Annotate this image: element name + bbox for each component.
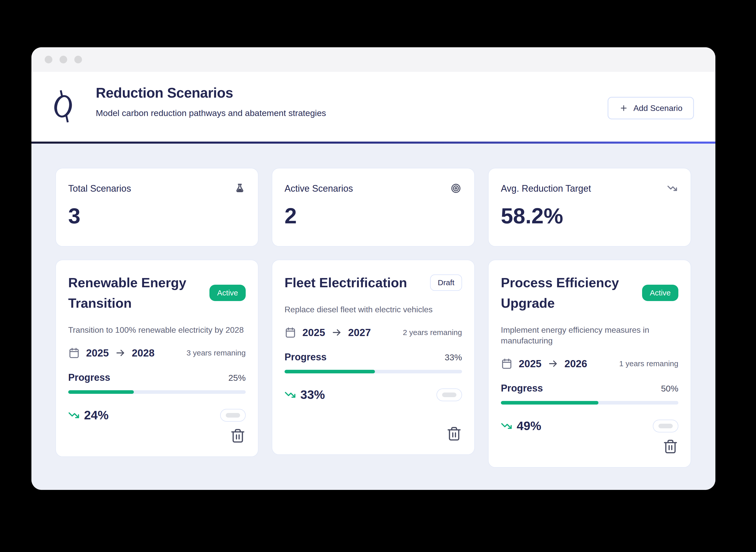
scenario-cards-row: Renewable Energy Transition Active Trans… — [55, 260, 691, 468]
scenario-title: Fleet Electrification — [285, 272, 407, 293]
scenario-description: Replace diesel fleet with electric vehic… — [285, 304, 462, 315]
trending-down-icon — [501, 420, 512, 432]
progress-bar-track — [501, 401, 678, 405]
header-gradient-divider — [31, 142, 715, 144]
progress-percent-label: 50% — [661, 384, 678, 394]
scenario-description: Implement energy efficiency measures in … — [501, 324, 678, 346]
scenario-description: Transition to 100% renewable electricity… — [68, 324, 246, 335]
plus-icon — [619, 104, 628, 113]
progress-percent-label: 33% — [445, 353, 462, 363]
progress-bar-track — [68, 390, 246, 394]
stat-label: Avg. Reduction Target — [501, 183, 591, 194]
start-year: 2025 — [303, 327, 325, 338]
trash-icon — [230, 427, 246, 444]
trash-icon — [663, 438, 678, 455]
progress-label: Progress — [285, 352, 327, 363]
window-titlebar — [31, 47, 715, 72]
years-remaining-label: 3 years remaning — [186, 349, 246, 357]
trending-down-icon — [285, 389, 296, 400]
reduction-percent-value: 33% — [300, 388, 325, 402]
add-scenario-label: Add Scenario — [633, 104, 683, 113]
scenario-card-process-efficiency-upgrade: Process Efficiency Upgrade Active Implem… — [488, 260, 691, 468]
progress-label: Progress — [68, 372, 110, 383]
arrow-right-icon — [548, 358, 558, 369]
arrow-right-icon — [331, 327, 342, 338]
start-year: 2025 — [86, 347, 109, 359]
stats-row: Total Scenarios 3 Active Scenarios 2 Avg… — [55, 168, 691, 247]
flask-icon — [235, 183, 245, 193]
app-window: Reduction Scenarios Model carbon reducti… — [31, 47, 715, 490]
traffic-light-zoom-button[interactable] — [74, 56, 82, 63]
end-year: 2027 — [348, 327, 371, 338]
add-scenario-button[interactable]: Add Scenario — [608, 97, 694, 119]
app-logo-icon — [51, 89, 75, 123]
progress-label: Progress — [501, 383, 543, 394]
status-badge: Active — [642, 285, 678, 301]
page-subtitle: Model carbon reduction pathways and abat… — [96, 108, 326, 118]
stat-value: 3 — [68, 205, 245, 227]
scenario-active-toggle[interactable] — [220, 409, 246, 422]
trash-icon — [446, 425, 462, 442]
stat-card-total-scenarios: Total Scenarios 3 — [55, 168, 258, 247]
start-year: 2025 — [519, 358, 542, 370]
scenario-active-toggle[interactable] — [653, 420, 678, 432]
scenario-card-fleet-electrification: Fleet Electrification Draft Replace dies… — [272, 260, 475, 455]
toggle-knob — [658, 424, 673, 428]
stat-value: 2 — [285, 205, 461, 227]
reduction-percent-value: 49% — [517, 419, 541, 433]
end-year: 2026 — [564, 358, 587, 370]
traffic-light-close-button[interactable] — [45, 56, 52, 63]
progress-bar-fill — [68, 390, 134, 394]
stat-label: Total Scenarios — [68, 183, 131, 194]
years-remaining-label: 2 years remaning — [403, 328, 462, 337]
trending-down-icon — [68, 410, 79, 421]
delete-scenario-button[interactable] — [663, 438, 678, 455]
stat-card-active-scenarios: Active Scenarios 2 — [272, 168, 475, 247]
calendar-icon — [285, 326, 296, 339]
progress-bar-fill — [285, 370, 375, 373]
arrow-right-icon — [115, 348, 126, 358]
page-title: Reduction Scenarios — [96, 85, 326, 101]
calendar-icon — [68, 347, 80, 359]
trending-down-icon — [667, 183, 677, 193]
traffic-light-minimize-button[interactable] — [59, 56, 67, 63]
stat-label: Active Scenarios — [285, 183, 353, 194]
page-header: Reduction Scenarios Model carbon reducti… — [31, 72, 715, 142]
status-badge: Active — [209, 285, 246, 301]
progress-bar-fill — [501, 401, 598, 405]
dashboard-body: Total Scenarios 3 Active Scenarios 2 Avg… — [31, 144, 715, 490]
reduction-percent-value: 24% — [84, 408, 109, 422]
delete-scenario-button[interactable] — [230, 427, 246, 444]
target-icon — [451, 183, 461, 193]
calendar-icon — [501, 357, 513, 370]
delete-scenario-button[interactable] — [446, 425, 462, 442]
years-remaining-label: 1 years remaning — [619, 359, 678, 368]
status-badge: Draft — [430, 274, 462, 291]
stat-value: 58.2% — [501, 205, 677, 227]
scenario-card-renewable-energy-transition: Renewable Energy Transition Active Trans… — [55, 260, 258, 457]
scenario-title: Renewable Energy Transition — [68, 272, 203, 313]
scenario-title: Process Efficiency Upgrade — [501, 272, 636, 313]
scenario-active-toggle[interactable] — [436, 389, 462, 401]
toggle-knob — [442, 393, 456, 397]
progress-bar-track — [285, 370, 462, 373]
stat-card-avg-reduction-target: Avg. Reduction Target 58.2% — [488, 168, 691, 247]
progress-percent-label: 25% — [228, 373, 246, 383]
end-year: 2028 — [132, 347, 155, 359]
toggle-knob — [226, 413, 240, 418]
